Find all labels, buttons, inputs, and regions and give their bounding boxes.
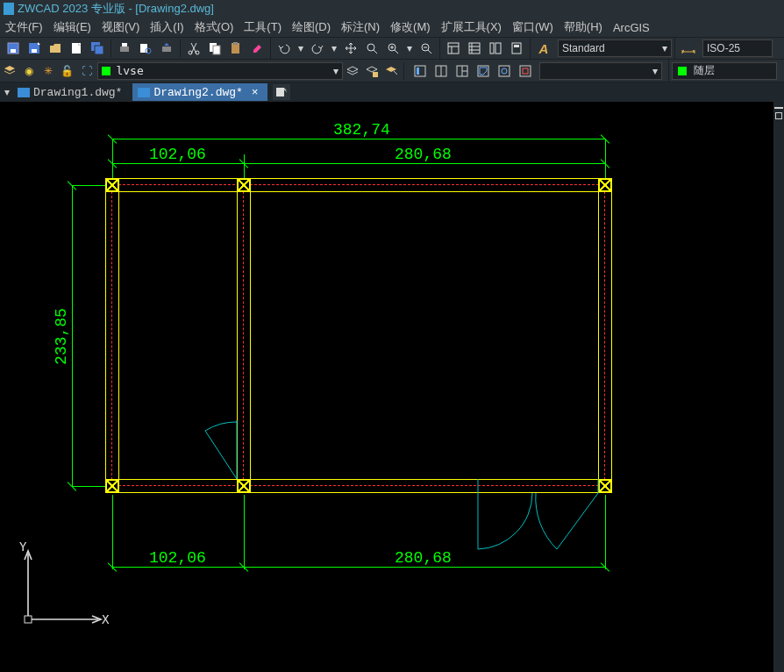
linetype-dropdown[interactable]: 随层 — [672, 62, 777, 80]
dim-text-total-top: 382,74 — [333, 121, 390, 139]
zoom-realtime-button[interactable] — [362, 39, 381, 58]
dim-line — [244, 163, 605, 164]
viewport-poly-button[interactable] — [474, 61, 493, 81]
print-button[interactable] — [115, 39, 134, 58]
menu-format[interactable]: 格式(O) — [189, 18, 239, 37]
layer-dropdown[interactable]: lvse ▾ — [97, 62, 343, 80]
column[interactable] — [598, 178, 612, 192]
menu-dim[interactable]: 标注(N) — [336, 18, 385, 37]
undo-dropdown[interactable]: ▾ — [296, 39, 306, 58]
layer-freeze-icon[interactable]: ✳ — [39, 61, 57, 81]
menu-file[interactable]: 文件(F) — [0, 18, 48, 37]
layer-states-button[interactable] — [363, 61, 381, 81]
viewport-two-button[interactable] — [431, 61, 451, 81]
svg-rect-27 — [373, 72, 378, 77]
saveas-button[interactable] — [25, 39, 44, 58]
svg-rect-37 — [276, 88, 284, 97]
text-style-button[interactable]: A — [534, 39, 553, 58]
viewport-single-button[interactable] — [410, 61, 430, 81]
erase-button[interactable] — [247, 39, 267, 58]
menu-edit[interactable]: 编辑(E) — [48, 18, 96, 37]
dim-style-label: ISO-25 — [707, 42, 740, 54]
svg-rect-21 — [448, 43, 459, 54]
menu-view[interactable]: 视图(V) — [96, 18, 145, 37]
publish-button[interactable] — [157, 39, 176, 58]
save-all-button[interactable] — [88, 39, 107, 58]
dim-style-dropdown[interactable]: ISO-25 — [702, 39, 773, 57]
dim-tick — [68, 181, 76, 189]
close-icon[interactable]: × — [252, 86, 259, 99]
restore-icon[interactable] — [775, 112, 782, 119]
menu-insert[interactable]: 插入(I) — [145, 18, 189, 37]
properties-button[interactable] — [444, 39, 463, 58]
text-style-dropdown[interactable]: Standard ▾ — [558, 39, 672, 57]
paste-button[interactable] — [226, 39, 246, 58]
svg-rect-3 — [32, 49, 37, 53]
new-tab-button[interactable] — [273, 84, 290, 100]
open-button[interactable] — [46, 39, 65, 58]
column[interactable] — [105, 479, 119, 493]
print-preview-button[interactable] — [136, 39, 155, 58]
cut-button[interactable] — [184, 39, 203, 58]
redo-dropdown[interactable]: ▾ — [329, 39, 339, 58]
drawing-canvas[interactable]: 382,74 102,06 280,68 233,85 102,06 280,6… — [0, 102, 773, 672]
dim-tick — [108, 134, 117, 143]
tool-palette-button[interactable] — [486, 39, 505, 58]
copy-button[interactable] — [205, 39, 225, 58]
door-exterior[interactable] — [478, 479, 609, 558]
viewport-three-button[interactable] — [453, 61, 472, 81]
door-interior[interactable] — [189, 418, 251, 488]
viewport-scale-dropdown[interactable]: ▾ — [539, 62, 662, 80]
tab-dropdown-button[interactable]: ▾ — [2, 84, 12, 100]
viewport-clip-button[interactable] — [516, 61, 535, 81]
layer-plot-icon[interactable]: ⛶ — [78, 61, 96, 81]
svg-rect-36 — [523, 68, 528, 74]
zoom-prev-button[interactable] — [417, 39, 436, 58]
viewport-obj-button[interactable] — [495, 61, 514, 81]
minimize-icon[interactable] — [774, 107, 783, 109]
save-button[interactable] — [4, 39, 23, 58]
zoom-window-button[interactable] — [383, 39, 403, 58]
menu-help[interactable]: 帮助(H) — [559, 18, 608, 37]
tab-drawing2[interactable]: Drawing2.dwg* × — [132, 83, 267, 101]
menu-ext[interactable]: 扩展工具(X) — [436, 18, 507, 37]
calc-button[interactable] — [507, 39, 526, 58]
design-center-button[interactable] — [465, 39, 484, 58]
layer-manager-button[interactable] — [1, 61, 18, 81]
undo-button[interactable] — [274, 39, 294, 58]
svg-rect-26 — [514, 45, 519, 47]
svg-rect-23 — [490, 43, 494, 54]
layer-iso-button[interactable] — [382, 61, 400, 81]
layer-prev-button[interactable] — [344, 61, 361, 81]
menu-window[interactable]: 窗口(W) — [507, 18, 559, 37]
layer-lock-icon[interactable]: 🔓 — [59, 61, 76, 81]
layer-bulb-icon[interactable]: ◉ — [20, 61, 38, 81]
zoom-dropdown[interactable]: ▾ — [404, 39, 415, 58]
redo-button[interactable] — [308, 39, 327, 58]
dim-style-button[interactable] — [679, 39, 698, 58]
wall-right[interactable] — [598, 178, 612, 493]
canvas-right-gutter — [773, 102, 784, 672]
wall-top[interactable] — [105, 178, 612, 192]
dim-ext-line — [72, 486, 107, 487]
menu-tools[interactable]: 工具(T) — [239, 18, 287, 37]
tab-drawing1[interactable]: Drawing1.dwg* — [12, 83, 131, 101]
pan-button[interactable] — [341, 39, 360, 58]
new-button[interactable] — [67, 39, 86, 58]
menu-draw[interactable]: 绘图(D) — [287, 18, 336, 37]
chevron-down-icon: ▾ — [662, 42, 667, 54]
ucs-x-label: X — [102, 612, 110, 626]
column[interactable] — [237, 479, 251, 493]
dim-tick — [601, 134, 609, 143]
svg-rect-25 — [512, 43, 521, 54]
menu-modify[interactable]: 修改(M) — [385, 18, 436, 37]
column[interactable] — [598, 479, 612, 493]
tab-label: Drawing2.dwg* — [153, 86, 242, 99]
wall-left[interactable] — [105, 178, 119, 493]
column[interactable] — [237, 178, 251, 192]
menu-arcgis[interactable]: ArcGIS — [608, 19, 655, 36]
svg-rect-38 — [25, 616, 32, 623]
column[interactable] — [105, 178, 119, 192]
dim-line — [112, 139, 605, 139]
svg-point-18 — [367, 44, 374, 51]
